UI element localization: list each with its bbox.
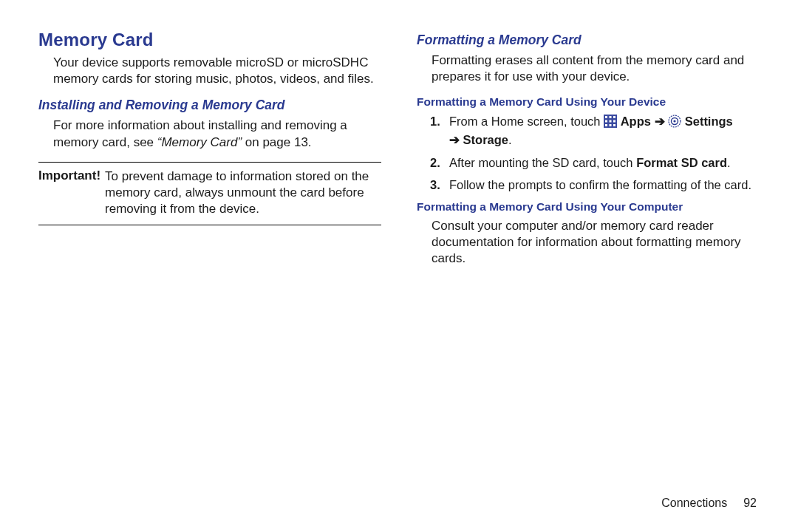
important-note: Important! To prevent damage to informat… <box>38 162 381 225</box>
svg-rect-6 <box>613 120 615 123</box>
step2-pre: After mounting the SD card, touch <box>449 156 636 169</box>
step1-settings-label: Settings <box>685 115 733 128</box>
page-footer: Connections92 <box>661 497 757 510</box>
left-column: Memory Card Your device supports removab… <box>38 30 381 278</box>
format-using-computer-heading: Formatting a Memory Card Using Your Comp… <box>417 200 760 214</box>
intro-text: Your device supports removable microSD o… <box>53 55 381 87</box>
step-2: After mounting the SD card, touch Format… <box>430 154 760 171</box>
apps-icon <box>604 115 617 132</box>
install-post: on page 13. <box>242 135 312 149</box>
formatting-intro: Formatting erases all content from the m… <box>432 52 760 85</box>
right-column: Formatting a Memory Card Formatting eras… <box>417 30 760 278</box>
memory-card-reference: “Memory Card” <box>157 135 242 149</box>
important-label: Important! <box>38 168 100 217</box>
important-body: To prevent damage to information stored … <box>105 168 381 217</box>
format-using-device-heading: Formatting a Memory Card Using Your Devi… <box>417 95 760 109</box>
format-steps: From a Home screen, touch Apps ➔ <box>430 113 760 193</box>
step-1: From a Home screen, touch Apps ➔ <box>430 113 760 149</box>
step1-apps-label: Apps <box>621 115 655 128</box>
arrow-icon: ➔ <box>449 133 460 146</box>
step1-dot: . <box>508 133 512 146</box>
step2-post: . <box>727 156 731 169</box>
settings-icon <box>668 115 681 132</box>
step-3: Follow the prompts to confirm the format… <box>430 177 760 193</box>
arrow-icon: ➔ <box>655 115 665 128</box>
format-computer-text: Consult your computer and/or memory card… <box>432 218 760 267</box>
page-title: Memory Card <box>38 30 381 50</box>
svg-rect-1 <box>605 116 607 118</box>
step1-pre: From a Home screen, touch <box>449 115 604 128</box>
install-remove-heading: Installing and Removing a Memory Card <box>38 98 381 113</box>
svg-rect-7 <box>605 124 607 126</box>
install-remove-text: For more information about installing an… <box>53 117 381 151</box>
footer-page-number: 92 <box>743 497 757 509</box>
step2-format-sd: Format SD card <box>636 156 727 169</box>
formatting-heading: Formatting a Memory Card <box>417 33 760 48</box>
svg-rect-2 <box>610 116 612 118</box>
svg-rect-5 <box>610 120 612 123</box>
svg-rect-8 <box>610 124 612 126</box>
svg-rect-9 <box>613 124 615 126</box>
step1-storage-label: Storage <box>463 133 508 146</box>
svg-point-12 <box>674 120 676 123</box>
footer-section: Connections <box>661 497 727 509</box>
svg-rect-3 <box>613 116 615 118</box>
svg-rect-4 <box>605 120 607 123</box>
